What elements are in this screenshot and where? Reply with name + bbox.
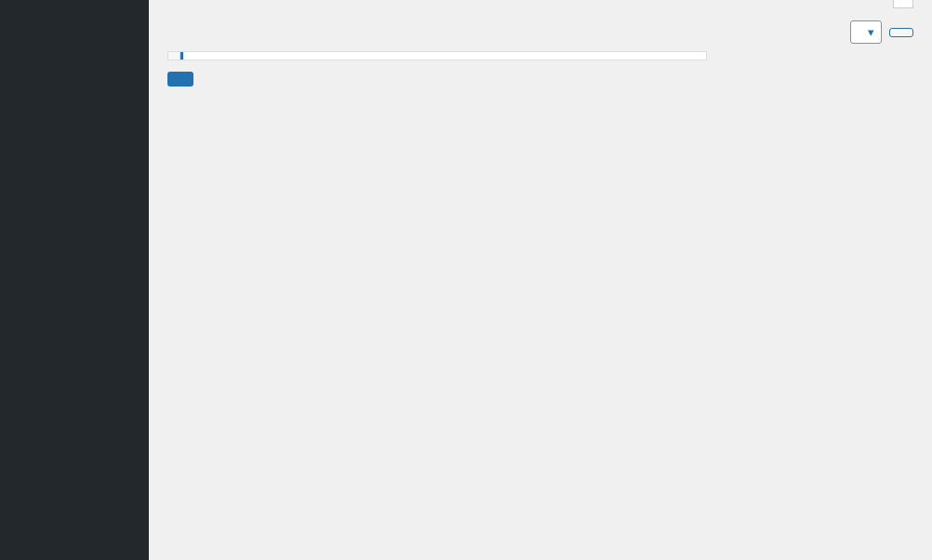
line-numbers (168, 52, 180, 60)
theme-files-panel (718, 51, 913, 57)
theme-selector (843, 20, 913, 44)
code-editor[interactable] (167, 51, 707, 60)
help-tab[interactable] (893, 0, 913, 8)
code-content[interactable] (180, 52, 706, 60)
admin-sidebar (0, 0, 149, 560)
update-file-button[interactable] (167, 72, 193, 87)
main-content (149, 0, 932, 560)
theme-select-dropdown[interactable] (850, 20, 882, 44)
select-theme-button[interactable] (889, 28, 913, 37)
